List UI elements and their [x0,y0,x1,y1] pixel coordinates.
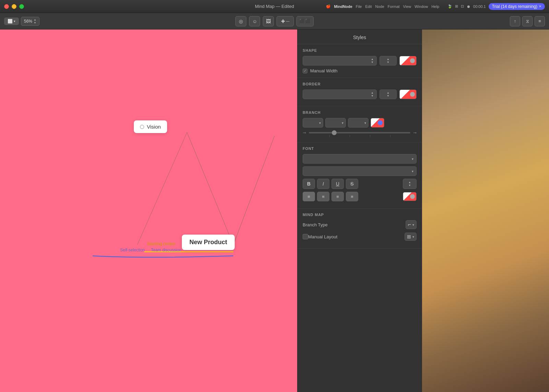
align-justify-button[interactable]: ≡ [346,192,358,201]
shape-style-stepper[interactable]: ▲▼ [371,58,374,64]
font-size-stepper[interactable]: ▲▼ [403,179,417,189]
link-button[interactable]: ⬛⬛ [296,16,314,26]
minimize-button[interactable] [12,4,16,9]
font-family-select[interactable]: ▾ [303,154,417,164]
manual-width-checkbox[interactable]: ✓ [303,69,307,73]
new-product-label: New Product [189,239,227,246]
sticker-button[interactable]: ☺ [249,16,260,26]
text-color-dot [410,194,415,199]
menu-help[interactable]: Help [431,4,439,9]
link-icon: ⬛⬛ [299,19,311,24]
team-discussion-label: Team discussion [151,248,182,252]
filter-icon: ⧖ [526,19,529,24]
text-color-swatch[interactable] [403,192,417,201]
align-right-button[interactable]: ≡ [331,192,344,201]
outline-button[interactable]: ≡ [535,16,545,26]
manual-layout-control[interactable]: ⊞ ▾ [405,233,417,241]
branch-section-title: BRANCH [303,110,417,115]
view-mode-icon: ⬜ [8,19,13,24]
maximize-button[interactable] [19,4,24,9]
border-style-select[interactable]: ▲▼ [303,90,377,99]
italic-button[interactable]: I [317,179,329,189]
branch-type-row: Branch Type ⌐ ▾ [303,220,417,229]
right-panel: Styles SHAPE ▲▼ ▲▼ ✓ Manual Width [297,29,422,392]
canvas-area[interactable]: Vision New Product Backlog review Self-s… [0,29,297,392]
system-time: 00:00.1 [473,4,486,9]
trial-badge[interactable]: Trial (14 days remaining) ✕ [489,3,545,10]
mind-map-section: MIND MAP Branch Type ⌐ ▾ Manual Layout ⊞… [297,209,422,249]
branch-size-chevron: ▾ [364,121,366,125]
system-icon-share: ⊡ [461,4,464,9]
shape-section-title: SHAPE [303,48,417,52]
shape-style-select[interactable]: ▲▼ [303,56,377,66]
zoom-control[interactable]: 56% ▲▼ [21,17,39,26]
menu-file[interactable]: File [356,4,362,9]
manual-width-label: Manual Width [310,68,337,73]
border-style-stepper[interactable]: ▲▼ [371,91,374,97]
slider-thumb [332,130,337,135]
branch-taper-slider[interactable]: | | | | [309,132,410,133]
vision-node-icon [140,125,144,129]
manual-layout-row: Manual Layout ⊞ ▾ [303,233,417,241]
text-align-row: ≡ ≡ ≡ ≡ [303,192,417,201]
font-section: FONT ▾ ▾ B I U S [297,142,422,209]
branch-color-swatch[interactable] [371,118,384,128]
strikethrough-icon: S [350,181,353,187]
branch-type-icon: ⌐ [408,222,411,228]
branch-taper-row: ⊸ | | | | ⊸ [303,130,417,135]
branch-selects-row: ▾ ▾ ▾ [303,118,417,128]
filter-button[interactable]: ⧖ [522,16,533,26]
menu-node[interactable]: Node [375,4,384,9]
branch-type-control[interactable]: ⌐ ▾ [406,220,417,229]
panel-title: Styles [353,35,366,40]
shape-size-stepper[interactable]: ▲▼ [379,56,397,66]
share-button[interactable]: ↑ [510,16,520,26]
image-button[interactable]: 🖼 [263,16,274,26]
toolbar-center: ◎ ☺ 🖼 ✚ — ⬛⬛ [42,16,507,26]
manual-layout-checkbox[interactable] [303,234,308,239]
manual-width-row: ✓ Manual Width [303,68,417,73]
view-mode-button[interactable]: ⬜ ▾ [4,17,19,25]
focus-button[interactable]: ◎ [235,16,246,26]
add-connection-button[interactable]: ✚ — [277,16,294,26]
branch-style-select[interactable]: ▾ [303,118,323,128]
system-icon-grid: ⊞ [455,4,458,9]
align-center-button[interactable]: ≡ [317,192,329,201]
align-left-button[interactable]: ≡ [303,192,315,201]
toolbar-left: ⬜ ▾ 56% ▲▼ [4,17,39,26]
trial-badge-close[interactable]: ✕ [539,4,541,8]
menu-edit[interactable]: Edit [365,4,372,9]
shape-section: SHAPE ▲▼ ▲▼ ✓ Manual Width [297,44,422,78]
mind-map-section-title: MIND MAP [303,213,417,217]
share-icon: ↑ [514,19,516,24]
menu-mindnode: MindNode [334,4,352,9]
menu-view[interactable]: View [403,4,411,9]
system-icon-record: ⏺ [467,4,470,9]
border-color-swatch[interactable] [399,90,417,99]
node-new-product[interactable]: New Product [182,235,235,250]
node-vision[interactable]: Vision [134,120,167,133]
shape-color-swatch[interactable] [399,56,417,66]
bold-icon: B [307,181,311,187]
focus-icon: ◎ [239,19,243,24]
trial-badge-label: Trial (14 days remaining) [492,4,537,9]
close-button[interactable] [4,4,9,9]
branch-type-label: Branch Type [303,222,328,227]
border-size-stepper[interactable]: ▲▼ [379,90,397,99]
menu-window[interactable]: Window [414,4,428,9]
branch-weight-chevron: ▾ [342,121,343,125]
bold-button[interactable]: B [303,179,315,189]
outline-icon: ≡ [538,19,541,24]
branch-size-select[interactable]: ▾ [348,118,369,128]
branch-weight-select[interactable]: ▾ [325,118,346,128]
strikethrough-button[interactable]: S [346,179,358,189]
app-title-label: Mind Map — Edited [255,4,294,9]
zoom-stepper[interactable]: ▲▼ [34,18,36,24]
manual-layout-grid-icon: ⊞ [407,234,411,239]
menu-format[interactable]: Format [388,4,400,9]
font-format-row: B I U S ▲▼ [303,179,417,189]
shape-controls-row: ▲▼ ▲▼ [303,56,417,66]
underline-button[interactable]: U [331,179,344,189]
font-style-select[interactable]: ▾ [303,166,417,176]
align-right-icon: ≡ [336,194,339,199]
